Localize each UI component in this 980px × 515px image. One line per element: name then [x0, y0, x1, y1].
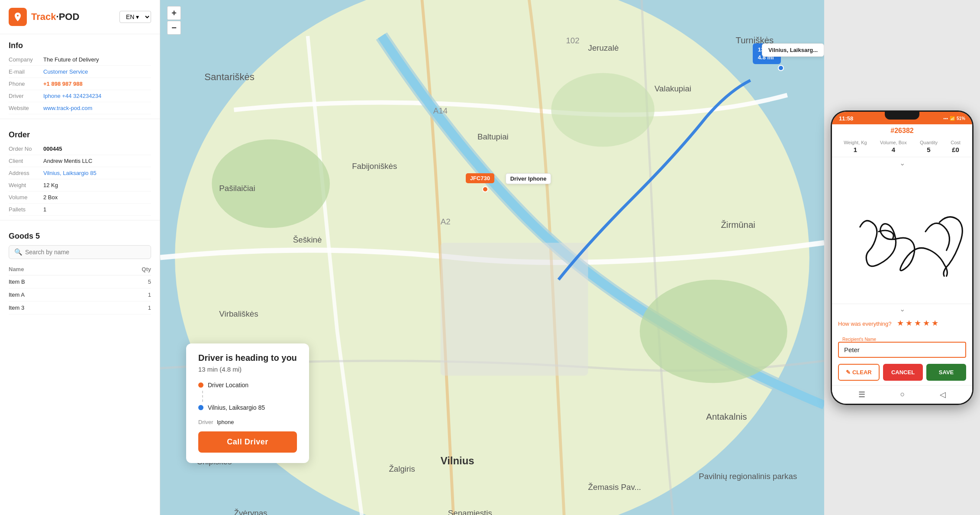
phone-screen: 11:58 ▪▪▪ 📶 51% #26382 Weight, Kg 1 Volu…: [832, 112, 972, 404]
search-input[interactable]: [25, 249, 145, 256]
driver-iphone-label: Driver Iphone: [506, 173, 551, 184]
star-4[interactable]: ★: [923, 318, 930, 328]
company-value: The Future of Delivery: [43, 56, 99, 63]
language-selector[interactable]: EN ▾: [119, 11, 151, 23]
map-area[interactable]: Santariškės Verkiai Turniškės Žirmūnai V…: [160, 0, 824, 515]
item-name: Item A: [9, 288, 99, 301]
popup-heading: Driver is heading to you: [198, 353, 297, 363]
recipient-name-label: Recipient's Name: [841, 337, 877, 342]
logo-text-1: Track: [31, 11, 56, 22]
star-3[interactable]: ★: [914, 318, 921, 328]
collapse-button[interactable]: ⌄: [832, 304, 972, 315]
phone-value[interactable]: +1 898 987 988: [43, 81, 83, 87]
star-2[interactable]: ★: [906, 318, 912, 328]
website-label: Website: [9, 105, 43, 111]
volume-label: Volume: [9, 194, 43, 201]
order-no-value: 000445: [43, 146, 62, 152]
item-name: Item 3: [9, 301, 99, 314]
phone-notch: [885, 112, 919, 120]
destination-dot-popup: [198, 405, 203, 410]
list-item: Item B 5: [9, 275, 151, 288]
call-driver-button[interactable]: Call Driver: [198, 431, 297, 453]
info-row-driver: Driver Iphone +44 324234234: [9, 90, 151, 102]
goods-section-title: Goods 5: [9, 225, 151, 245]
destination-label: Vilnius, Laiksargio 85: [208, 404, 265, 411]
website-value[interactable]: www.track-pod.com: [43, 105, 92, 111]
left-panel: Track·POD EN ▾ Info Company The Future o…: [0, 0, 160, 515]
clear-button[interactable]: ✎ CLEAR: [838, 364, 880, 381]
quantity-col: Quantity 5: [920, 140, 938, 153]
svg-text:102: 102: [566, 36, 579, 45]
name-field-section: Recipient's Name: [832, 330, 972, 360]
star-rating[interactable]: ★ ★ ★ ★ ★: [897, 318, 938, 328]
list-item: Item A 1: [9, 288, 151, 301]
signature-area: [832, 169, 972, 304]
cost-col: Cost £0: [951, 140, 961, 153]
nav-menu-icon[interactable]: ☰: [858, 390, 865, 399]
svg-text:Žalgiris: Žalgiris: [389, 464, 415, 473]
star-1[interactable]: ★: [897, 318, 904, 328]
driver-row-label: Driver: [198, 419, 213, 425]
company-label: Company: [9, 56, 43, 63]
item-qty: 1: [99, 288, 151, 301]
route-item-driver: Driver Location: [198, 380, 297, 390]
logo-bar: Track·POD EN ▾: [0, 0, 160, 34]
driver-info-row: Driver Iphone: [198, 419, 297, 425]
zoom-in-button[interactable]: +: [167, 6, 181, 20]
svg-point-4: [640, 280, 787, 383]
search-icon: 🔍: [14, 248, 23, 256]
svg-text:Žvėrynas: Žvėrynas: [234, 509, 267, 515]
app-logo-icon: [9, 8, 27, 26]
save-button[interactable]: SAVE: [926, 364, 966, 381]
rating-section: How was everything? ★ ★ ★ ★ ★: [832, 315, 972, 330]
client-value: Andrew Mentis LLC: [43, 158, 92, 164]
volume-col: Volume, Box 4: [880, 140, 907, 153]
phone-label: Phone: [9, 81, 43, 87]
svg-text:Jeruzalė: Jeruzalė: [588, 43, 619, 52]
order-id-header: #26382: [832, 124, 972, 136]
driver-row-value: Iphone: [217, 419, 234, 425]
zoom-out-button[interactable]: −: [167, 21, 181, 35]
weight-col: Weight, Kg 1: [844, 140, 867, 153]
expand-products-button[interactable]: ⌄: [832, 157, 972, 169]
driver-dot: [198, 382, 203, 388]
battery-icon: 51%: [957, 116, 965, 121]
svg-text:Valakupiai: Valakupiai: [654, 84, 691, 93]
pallets-label: Pallets: [9, 206, 43, 213]
cost-value: £0: [952, 146, 959, 153]
jfc-label: JFC730: [466, 173, 494, 183]
svg-text:Šeškinė: Šeškinė: [293, 235, 322, 244]
nav-home-icon[interactable]: ○: [900, 390, 905, 399]
svg-text:Vilnius: Vilnius: [441, 455, 474, 466]
driver-popup: Driver is heading to you 13 min (4.8 mi)…: [186, 343, 309, 463]
info-row-website: Website www.track-pod.com: [9, 102, 151, 114]
info-section-title: Info: [0, 34, 160, 54]
email-value[interactable]: Customer Service: [43, 68, 88, 75]
status-time: 11:58: [839, 115, 853, 122]
address-value[interactable]: Vilnius, Laiksargio 85: [43, 170, 97, 176]
product-info-row: Weight, Kg 1 Volume, Box 4 Quantity 5 Co…: [832, 136, 972, 157]
info-row-company: Company The Future of Delivery: [9, 54, 151, 66]
info-table: Company The Future of Delivery E-mail Cu…: [0, 54, 160, 114]
item-qty: 5: [99, 275, 151, 288]
popup-eta: 13 min (4.8 mi): [198, 366, 297, 373]
driver-label: Driver: [9, 93, 43, 99]
goods-section: Goods 5 🔍 Name Qty Item B 5 Item A 1 Ite…: [0, 225, 160, 314]
driver-value[interactable]: Iphone +44 324234234: [43, 93, 101, 99]
cancel-button[interactable]: CANCEL: [883, 364, 923, 381]
quantity-label: Quantity: [920, 140, 938, 145]
item-name: Item B: [9, 275, 99, 288]
nav-back-icon[interactable]: ◁: [940, 390, 946, 399]
recipient-name-input[interactable]: [838, 342, 966, 358]
col-qty-header: Qty: [99, 264, 151, 275]
email-label: E-mail: [9, 68, 43, 75]
svg-text:Pavilnių regionalinis parkas: Pavilnių regionalinis parkas: [699, 472, 797, 481]
star-5[interactable]: ★: [932, 318, 938, 328]
search-box[interactable]: 🔍: [9, 245, 151, 259]
city-label: Vilnius, Laiksarg...: [762, 43, 824, 57]
cost-label: Cost: [951, 140, 961, 145]
quantity-value: 5: [927, 146, 930, 153]
phone-frame: 11:58 ▪▪▪ 📶 51% #26382 Weight, Kg 1 Volu…: [831, 110, 974, 405]
svg-text:Fabijoniškės: Fabijoniškės: [352, 162, 397, 171]
svg-text:Baltupiai: Baltupiai: [477, 132, 509, 141]
